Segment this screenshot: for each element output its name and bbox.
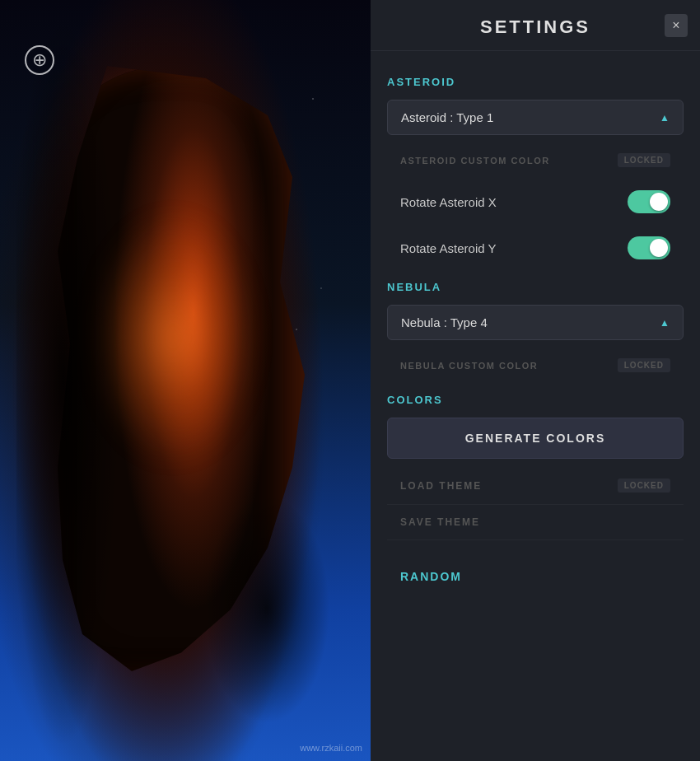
colors-section: COLORS GENERATE COLORS LOAD THEME LOCKED… (387, 394, 684, 540)
nebula-section-label: NEBULA (387, 281, 684, 293)
rotate-x-toggle[interactable] (628, 190, 670, 213)
rotate-x-label: Rotate Asteroid X (400, 195, 497, 209)
settings-body: ASTEROID Asteroid : Type 1 ▲ ASTEROID CU… (371, 51, 700, 761)
asteroid-custom-color-text: ASTEROID CUSTOM COLOR (400, 156, 550, 166)
load-theme-locked: LOCKED (618, 479, 670, 493)
asteroid-section-label: ASTEROID (387, 76, 684, 88)
nebula-dropdown[interactable]: Nebula : Type 4 ▲ (387, 305, 684, 340)
preview-panel: ⊕ www.rzkaii.com (0, 0, 371, 761)
asteroid-custom-color-row: ASTEROID CUSTOM COLOR LOCKED (387, 145, 684, 175)
rotate-x-row: Rotate Asteroid X (387, 182, 684, 222)
watermark: www.rzkaii.com (300, 743, 362, 753)
rotate-x-track (628, 190, 670, 213)
rotate-y-label: Rotate Asteroid Y (400, 241, 496, 255)
asteroid-section: ASTEROID Asteroid : Type 1 ▲ ASTEROID CU… (387, 76, 684, 268)
colors-section-label: COLORS (387, 394, 684, 406)
asteroid-dropdown[interactable]: Asteroid : Type 1 ▲ (387, 100, 684, 135)
rotate-y-track (628, 236, 670, 259)
nebula-section: NEBULA Nebula : Type 4 ▲ NEBULA CUSTOM C… (387, 281, 684, 380)
nebula-dropdown-arrow: ▲ (660, 317, 670, 329)
rotate-y-thumb (650, 239, 668, 257)
close-button[interactable]: × (665, 14, 688, 37)
asteroid-shadow (16, 0, 329, 761)
nebula-dropdown-value: Nebula : Type 4 (401, 315, 488, 329)
random-section-label: RANDOM (400, 570, 670, 583)
nebula-custom-color-row: NEBULA CUSTOM COLOR LOCKED (387, 350, 684, 380)
save-theme-text: SAVE THEME (400, 516, 480, 528)
asteroid-dropdown-arrow: ▲ (660, 112, 670, 124)
save-theme-row[interactable]: SAVE THEME (387, 505, 684, 540)
asteroid-dropdown-value: Asteroid : Type 1 (401, 110, 493, 124)
rotate-y-toggle[interactable] (628, 236, 670, 259)
rotate-x-thumb (650, 193, 668, 211)
rotate-y-row: Rotate Asteroid Y (387, 228, 684, 268)
generate-colors-button[interactable]: GENERATE COLORS (387, 418, 684, 459)
settings-header: SETTINGS × (371, 0, 700, 51)
settings-panel: SETTINGS × ASTEROID Asteroid : Type 1 ▲ … (371, 0, 700, 761)
load-theme-text: LOAD THEME (400, 480, 482, 492)
load-theme-row: LOAD THEME LOCKED (387, 467, 684, 505)
nebula-custom-color-locked: LOCKED (618, 358, 670, 372)
asteroid-custom-color-locked: LOCKED (618, 153, 670, 167)
nebula-custom-color-text: NEBULA CUSTOM COLOR (400, 361, 538, 371)
settings-title: SETTINGS (480, 16, 590, 38)
random-section: RANDOM (387, 553, 684, 591)
add-icon[interactable]: ⊕ (25, 45, 54, 75)
